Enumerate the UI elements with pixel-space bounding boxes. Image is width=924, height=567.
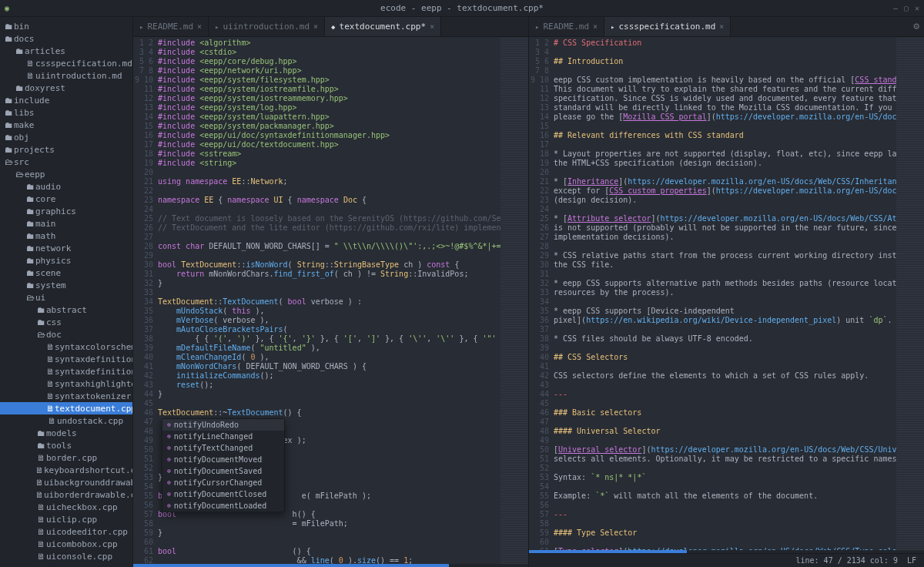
folder-icon: 🖿 xyxy=(3,96,14,106)
tab-close-icon[interactable]: × xyxy=(430,22,434,31)
autocomplete-item[interactable]: ⊕notifyDocumentLoaded xyxy=(162,500,284,512)
settings-icon[interactable]: ⚙ xyxy=(913,20,919,32)
file-icon: ▸ xyxy=(611,23,614,31)
tree-item[interactable]: 🗎uibackgrounddrawab xyxy=(0,476,132,488)
maximize-icon[interactable]: ▢ xyxy=(904,4,909,12)
tree-item[interactable]: 🗎uiconsole.cpp xyxy=(0,550,132,562)
cursor-position: line: 47 / 2134 col: 9 xyxy=(796,556,898,565)
tree-item-label: make xyxy=(14,120,35,130)
tree-item[interactable]: 🗎cssspecification.md xyxy=(0,57,132,69)
tree-item[interactable]: 🗁ui xyxy=(0,291,132,304)
file-icon: 🗎 xyxy=(46,379,55,389)
tree-item[interactable]: 🖿models xyxy=(0,427,132,439)
method-icon: ⊕ xyxy=(167,479,171,486)
tab[interactable]: ▸uiintroduction.md× xyxy=(209,17,325,36)
file-icon: 🗎 xyxy=(35,478,44,488)
autocomplete-item[interactable]: ⊕notifyCursorChanged xyxy=(162,477,284,488)
tree-item[interactable]: 🖿libs xyxy=(0,106,132,119)
tree-item[interactable]: 🖿make xyxy=(0,119,132,131)
tab-close-icon[interactable]: × xyxy=(313,22,318,31)
tree-item[interactable]: 🖿physics xyxy=(0,254,132,267)
tree-item[interactable]: 🖿system xyxy=(0,279,132,291)
tree-item[interactable]: 🖿doxyrest xyxy=(0,82,132,94)
autocomplete-item[interactable]: ⊕notifyDocumentMoved xyxy=(162,454,284,465)
tree-item[interactable]: 🗎syntaxdefinition.cp xyxy=(0,353,132,365)
tree-item[interactable]: 🗎uicombobox.cpp xyxy=(0,538,132,550)
tree-item[interactable]: 🖿audio xyxy=(0,180,132,193)
tab[interactable]: ▸cssspecification.md× xyxy=(604,17,731,36)
gutter-right: 1 2 3 4 5 6 7 8 9 10 11 12 13 14 15 16 1… xyxy=(529,37,554,550)
tree-item[interactable]: 🖿obj xyxy=(0,131,132,143)
tab-close-icon[interactable]: × xyxy=(719,22,724,31)
tree-item[interactable]: 🖿main xyxy=(0,217,132,230)
tree-item[interactable]: 🗎uiclip.cpp xyxy=(0,513,132,525)
autocomplete-item[interactable]: ⊕notifyDocumentSaved xyxy=(162,465,284,477)
folder-icon: 🖿 xyxy=(25,194,35,204)
tab-close-icon[interactable]: × xyxy=(197,22,202,31)
minimap-left[interactable] xyxy=(500,37,528,564)
tree-item[interactable]: 🗎syntaxtokenizer.cp xyxy=(0,390,132,402)
tree-item[interactable]: 🗎undostack.cpp xyxy=(0,414,132,427)
tree-item-label: obj xyxy=(14,133,29,143)
tree-item-label: math xyxy=(35,231,56,241)
tab[interactable]: ▸README.md× xyxy=(529,17,604,36)
tree-item[interactable]: 🖿graphics xyxy=(0,205,132,217)
tree-item[interactable]: 🖿math xyxy=(0,230,132,242)
tree-item[interactable]: 🗎syntaxdefinitionma xyxy=(0,365,132,377)
file-icon: 🗎 xyxy=(25,71,35,81)
autocomplete-item[interactable]: ⊕notifyTextChanged xyxy=(162,442,284,454)
editor-body-right[interactable]: 1 2 3 4 5 6 7 8 9 10 11 12 13 14 15 16 1… xyxy=(529,37,924,550)
tree-item[interactable]: 🗁doc xyxy=(0,328,132,341)
folder-icon: 🖿 xyxy=(25,219,35,229)
tab-close-icon[interactable]: × xyxy=(593,22,598,31)
tree-item-label: articles xyxy=(25,46,65,56)
folder-icon: 🖿 xyxy=(35,441,46,451)
gutter-left: 1 2 3 4 5 6 7 8 9 10 11 12 13 14 15 16 1… xyxy=(133,37,158,564)
tree-item[interactable]: 🗎syntaxhighlighter.c xyxy=(0,377,132,390)
tree-item[interactable]: 🖿include xyxy=(0,94,132,106)
folder-icon: 🖿 xyxy=(25,280,35,290)
minimap-right[interactable] xyxy=(896,37,924,550)
autocomplete-item[interactable]: ⊕notifyUndoRedo xyxy=(162,419,284,431)
tree-item[interactable]: 🖿network xyxy=(0,242,132,254)
tree-item[interactable]: 🗎uiintroduction.md xyxy=(0,69,132,82)
code-right[interactable]: # CSS Specification ## Introduction eepp… xyxy=(554,37,896,550)
tree-item[interactable]: 🖿articles xyxy=(0,45,132,57)
minimize-icon[interactable]: — xyxy=(893,4,898,12)
tabbar-right: ▸README.md×▸cssspecification.md×⚙ xyxy=(529,17,924,37)
tree-item-label: syntaxcolorscheme xyxy=(55,342,132,352)
method-icon: ⊕ xyxy=(167,433,171,440)
hscroll-left[interactable] xyxy=(133,564,528,567)
tree-item[interactable]: 🖿abstract xyxy=(0,304,132,316)
tree-item-label: syntaxhighlighter.c xyxy=(55,379,132,389)
autocomplete-item[interactable]: ⊕notifyLineChanged xyxy=(162,431,284,442)
tree-item[interactable]: 🖿docs xyxy=(0,32,132,45)
file-tree[interactable]: 🖿bin🖿docs🖿articles🗎cssspecification.md🗎u… xyxy=(0,17,132,567)
tree-item[interactable]: 🗁eepp xyxy=(0,168,132,180)
autocomplete-popup[interactable]: ⊕notifyUndoRedo⊕notifyLineChanged⊕notify… xyxy=(162,418,285,512)
tree-item[interactable]: 🖿scene xyxy=(0,267,132,279)
tree-item[interactable]: 🖿projects xyxy=(0,143,132,156)
autocomplete-label: notifyCursorChanged xyxy=(174,478,262,487)
tree-item[interactable]: 🖿core xyxy=(0,193,132,205)
tab[interactable]: ▸README.md× xyxy=(133,17,209,36)
tree-item[interactable]: 🖿css xyxy=(0,316,132,328)
tree-item[interactable]: 🗎keyboardshortcut.cpp xyxy=(0,464,132,476)
file-icon: 🗎 xyxy=(35,465,44,475)
window-controls: — ▢ ✕ xyxy=(893,4,919,12)
tab[interactable]: ◆textdocument.cpp*× xyxy=(325,17,441,36)
autocomplete-item[interactable]: ⊕notifyDocumentClosed xyxy=(162,488,284,500)
method-icon: ⊕ xyxy=(167,456,171,463)
tree-item[interactable]: 🗎border.cpp xyxy=(0,451,132,464)
tree-item[interactable]: 🗎uicodeeditor.cpp xyxy=(0,525,132,538)
tree-item[interactable]: 🗎uiborderdrawable.cp xyxy=(0,488,132,501)
tree-item[interactable]: 🗎textdocument.cpp xyxy=(0,402,132,414)
tree-item[interactable]: 🖿bin xyxy=(0,20,132,32)
tree-item[interactable]: 🗎syntaxcolorscheme xyxy=(0,341,132,353)
file-icon: 🗎 xyxy=(35,552,46,562)
close-icon[interactable]: ✕ xyxy=(915,4,919,12)
tree-item[interactable]: 🖿tools xyxy=(0,439,132,451)
tree-item[interactable]: 🗁src xyxy=(0,156,132,168)
file-icon: 🗎 xyxy=(46,342,55,352)
tree-item[interactable]: 🗎uicheckbox.cpp xyxy=(0,501,132,513)
